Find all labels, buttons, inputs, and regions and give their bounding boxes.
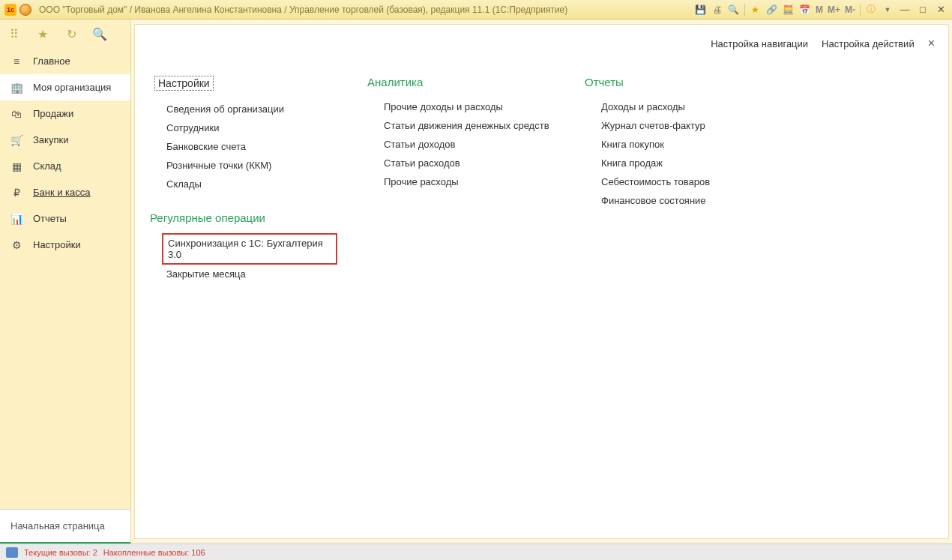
sidebar-item-purchases[interactable]: 🛒 Закупки bbox=[0, 127, 130, 153]
sidebar-item-label: Склад bbox=[33, 160, 61, 172]
content: Настройка навигации Настройка действий ×… bbox=[134, 24, 949, 539]
tab-startpage[interactable]: Начальная страница bbox=[0, 510, 130, 544]
section-title-analytics: Аналитика bbox=[367, 76, 555, 88]
actions-settings-link[interactable]: Настройка действий bbox=[822, 38, 915, 49]
sidebar-item-label: Закупки bbox=[33, 134, 68, 145]
titlebar: 1c ООО "Торговый дом" / Иванова Ангелина… bbox=[0, 0, 952, 19]
calc-m-button[interactable]: M bbox=[816, 4, 823, 15]
info-icon[interactable]: ⓘ bbox=[865, 4, 877, 16]
app-logo-icon: 1c bbox=[4, 4, 16, 16]
link-retail-points[interactable]: Розничные точки (ККМ) bbox=[166, 156, 337, 175]
link-bank-accounts[interactable]: Банковские счета bbox=[166, 137, 337, 156]
search-icon[interactable]: 🔍 bbox=[93, 27, 106, 40]
status-current-calls: Текущие вызовы: 2 bbox=[24, 548, 97, 557]
sidebar-item-warehouse[interactable]: ▦ Склад bbox=[0, 153, 130, 179]
link-icon[interactable]: 🔗 bbox=[766, 4, 778, 16]
menu-icon: ≡ bbox=[10, 55, 22, 67]
sidebar: ⠿ ★ ↻ 🔍 ≡ Главное 🏢 Моя организация 🛍 Пр… bbox=[0, 19, 131, 544]
section-title-reports: Отчеты bbox=[585, 76, 750, 88]
app-dropdown-icon[interactable] bbox=[19, 4, 31, 16]
link-invoice-journal[interactable]: Журнал счетов-фактур bbox=[601, 116, 750, 135]
link-list-reports: Доходы и расходы Журнал счетов-фактур Кн… bbox=[585, 97, 750, 210]
link-expense-items[interactable]: Статьи расходов bbox=[384, 154, 555, 172]
link-financial-state[interactable]: Финансовое состояние bbox=[601, 191, 750, 210]
sidebar-item-label: Продажи bbox=[33, 108, 73, 119]
column-analytics: Аналитика Прочие доходы и расходы Статьи… bbox=[352, 62, 570, 283]
bag-icon: 🛍 bbox=[10, 108, 22, 120]
link-sales-book[interactable]: Книга продаж bbox=[601, 154, 750, 172]
calculator-icon[interactable]: 🧮 bbox=[783, 4, 795, 16]
link-other-expenses[interactable]: Прочие расходы bbox=[384, 172, 555, 191]
star-icon[interactable]: ★ bbox=[36, 27, 49, 40]
apps-icon[interactable]: ⠿ bbox=[7, 27, 21, 40]
content-columns: Настройки Сведения об организации Сотруд… bbox=[135, 62, 948, 283]
window-title: ООО "Торговый дом" / Иванова Ангелина Ко… bbox=[39, 4, 695, 15]
sidebar-item-label: Отчеты bbox=[33, 213, 67, 224]
separator bbox=[744, 4, 745, 16]
dropdown-icon[interactable]: ▼ bbox=[882, 4, 894, 16]
sidebar-item-label: Банк и касса bbox=[33, 187, 91, 198]
gear-icon: ⚙ bbox=[10, 239, 22, 251]
save-icon[interactable]: 💾 bbox=[695, 4, 707, 16]
main-area: ⠿ ★ ↻ 🔍 ≡ Главное 🏢 Моя организация 🛍 Пр… bbox=[0, 19, 952, 544]
close-panel-button[interactable]: × bbox=[928, 37, 935, 50]
link-sync-1c[interactable]: Синхронизация с 1С: Бухгалтерия 3.0 bbox=[162, 233, 337, 265]
sidebar-item-label: Настройки bbox=[33, 239, 81, 250]
column-reports: Отчеты Доходы и расходы Журнал счетов-фа… bbox=[570, 62, 765, 283]
grid-icon: ▦ bbox=[10, 160, 22, 172]
content-wrap: Настройка навигации Настройка действий ×… bbox=[131, 19, 952, 544]
link-list-settings: Сведения об организации Сотрудники Банко… bbox=[150, 100, 337, 193]
column-settings: Настройки Сведения об организации Сотруд… bbox=[135, 62, 352, 283]
sidebar-item-main[interactable]: ≡ Главное bbox=[0, 48, 130, 74]
link-org-info[interactable]: Сведения об организации bbox=[166, 100, 337, 118]
ruble-icon: ₽ bbox=[10, 187, 22, 199]
building-icon: 🏢 bbox=[10, 82, 22, 94]
calc-mplus-button[interactable]: M+ bbox=[828, 4, 840, 15]
sidebar-item-label: Моя организация bbox=[33, 82, 111, 93]
statusbar: Текущие вызовы: 2 Накопленные вызовы: 10… bbox=[0, 544, 952, 560]
link-cashflow-items[interactable]: Статьи движения денежных средств bbox=[384, 116, 555, 135]
print-icon[interactable]: 🖨 bbox=[711, 4, 723, 16]
link-list-regular-ops: Синхронизация с 1С: Бухгалтерия 3.0 Закр… bbox=[150, 233, 337, 283]
calendar-icon[interactable]: 📅 bbox=[799, 4, 811, 16]
sidebar-nav: ≡ Главное 🏢 Моя организация 🛍 Продажи 🛒 … bbox=[0, 48, 130, 509]
favorite-icon[interactable]: ★ bbox=[750, 4, 762, 16]
status-monitor-icon[interactable] bbox=[6, 547, 18, 558]
sidebar-item-bank[interactable]: ₽ Банк и касса bbox=[0, 179, 130, 205]
link-other-income-expense[interactable]: Прочие доходы и расходы bbox=[384, 97, 555, 116]
link-cost-of-goods[interactable]: Себестоимость товаров bbox=[601, 172, 750, 191]
maximize-button[interactable]: □ bbox=[916, 4, 930, 16]
history-icon[interactable]: ↻ bbox=[64, 27, 78, 40]
sidebar-bottom: Начальная страница bbox=[0, 509, 130, 544]
calc-mminus-button[interactable]: M- bbox=[845, 4, 855, 15]
section-title-settings: Настройки bbox=[154, 76, 214, 91]
sidebar-item-label: Главное bbox=[33, 55, 70, 67]
link-purchase-book[interactable]: Книга покупок bbox=[601, 135, 750, 154]
link-income-items[interactable]: Статьи доходов bbox=[384, 135, 555, 154]
link-list-analytics: Прочие доходы и расходы Статьи движения … bbox=[367, 97, 555, 191]
minimize-button[interactable]: — bbox=[898, 4, 912, 16]
status-accumulated-calls: Накопленные вызовы: 106 bbox=[103, 548, 205, 557]
chart-icon: 📊 bbox=[10, 213, 22, 225]
sidebar-item-settings[interactable]: ⚙ Настройки bbox=[0, 232, 130, 258]
sidebar-item-myorg[interactable]: 🏢 Моя организация bbox=[0, 74, 130, 100]
link-employees[interactable]: Сотрудники bbox=[166, 118, 337, 137]
nav-settings-link[interactable]: Настройка навигации bbox=[711, 38, 808, 49]
link-month-close[interactable]: Закрытие месяца bbox=[166, 265, 337, 283]
sidebar-item-sales[interactable]: 🛍 Продажи bbox=[0, 100, 130, 127]
link-income-expense-report[interactable]: Доходы и расходы bbox=[601, 97, 750, 116]
separator bbox=[860, 4, 861, 16]
preview-icon[interactable]: 🔍 bbox=[728, 4, 740, 16]
titlebar-tools: 💾 🖨 🔍 ★ 🔗 🧮 📅 M M+ M- ⓘ ▼ — □ ✕ bbox=[695, 4, 948, 16]
sidebar-tools: ⠿ ★ ↻ 🔍 bbox=[0, 19, 130, 48]
content-header: Настройка навигации Настройка действий × bbox=[135, 25, 948, 62]
sidebar-item-reports[interactable]: 📊 Отчеты bbox=[0, 205, 130, 232]
cart-icon: 🛒 bbox=[10, 134, 22, 146]
section-title-regular-ops: Регулярные операции bbox=[150, 211, 337, 224]
link-warehouses[interactable]: Склады bbox=[166, 175, 337, 193]
close-button[interactable]: ✕ bbox=[934, 4, 948, 16]
